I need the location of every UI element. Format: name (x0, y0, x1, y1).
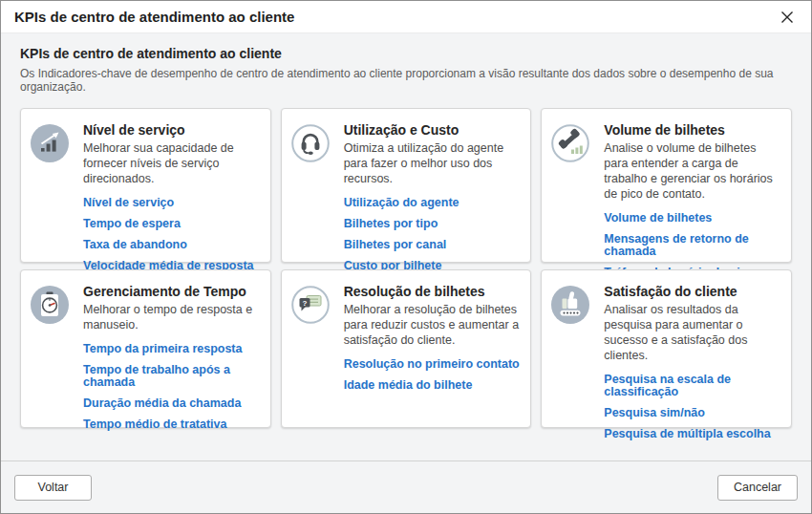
kpi-card-links: Resolução no primeiro contatoIdade média… (344, 358, 522, 400)
stopwatch-icon (31, 286, 69, 324)
kpi-card-links: Tempo da primeira respostaTempo de traba… (83, 343, 261, 439)
kpi-card-title: Resolução de bilhetes (344, 284, 522, 299)
kpi-link[interactable]: Resolução no primeiro contato (344, 358, 520, 371)
kpi-link[interactable]: Mensagens de retorno de chamada (604, 233, 781, 258)
phone-volume-icon (551, 124, 589, 162)
chat-question-icon: ? (291, 286, 330, 324)
headset-icon (291, 124, 330, 162)
kpi-card: Gerenciamento de Tempo Melhorar o tempo … (20, 269, 271, 428)
page-title: KPIs de centro de atendimento ao cliente (20, 46, 792, 61)
kpi-link[interactable]: Volume de bilhetes (604, 212, 712, 225)
kpi-link[interactable]: Duração média da chamada (83, 397, 241, 410)
kpi-link[interactable]: Tempo da primeira resposta (83, 343, 243, 355)
svg-text:?: ? (302, 299, 307, 308)
kpi-card-description: Otimiza a utilização do agente para faze… (344, 140, 522, 186)
kpi-link[interactable]: Pesquisa na escala de classificação (604, 374, 781, 398)
kpi-link[interactable]: Tempo de trabalho após a chamada (83, 364, 261, 389)
thumbs-up-icon (551, 286, 589, 324)
kpi-card: Nível de serviço Melhorar sua capacidade… (20, 108, 271, 263)
kpi-link[interactable]: Bilhetes por canal (344, 239, 447, 251)
kpi-card: Volume de bilhetes Analise o volume de b… (541, 108, 792, 263)
trending-chart-icon (31, 124, 69, 162)
kpi-card-description: Melhorar a resolução de bilhetes para re… (344, 302, 522, 348)
kpi-link[interactable]: Taxa de abandono (83, 239, 187, 251)
kpi-card-title: Satisfação do cliente (604, 284, 781, 299)
back-button[interactable]: Voltar (14, 475, 92, 501)
dialog-titlebar: KPIs de centro de atendimento ao cliente (1, 1, 811, 33)
close-icon[interactable] (775, 5, 800, 30)
kpi-card-description: Analise o volume de bilhetes para entend… (604, 140, 781, 202)
kpi-card-description: Melhorar o tempo de resposta e manuseio. (83, 302, 261, 332)
kpi-card-description: Analisar os resultados da pesquisa para … (604, 302, 781, 363)
kpi-card: Utilização e Custo Otimiza a utilização … (281, 108, 532, 263)
kpi-card-title: Gerenciamento de Tempo (83, 284, 261, 299)
dialog-footer: Voltar Cancelar (1, 460, 811, 513)
kpi-card-title: Volume de bilhetes (604, 122, 781, 138)
kpi-link[interactable]: Idade média do bilhete (344, 379, 473, 392)
kpi-link[interactable]: Utilização do agente (344, 197, 459, 209)
kpi-link[interactable]: Nível de serviço (83, 197, 174, 209)
kpi-link[interactable]: Pesquisa sim/não (604, 407, 705, 419)
kpi-card: ? Resolução de bilhetes Melhorar a resol… (281, 269, 532, 428)
cancel-button[interactable]: Cancelar (717, 475, 798, 501)
kpi-card-links: Pesquisa na escala de classificaçãoPesqu… (604, 374, 781, 449)
kpi-link[interactable]: Pesquisa de múltipla escolha (604, 428, 770, 440)
kpi-card-title: Utilização e Custo (344, 122, 522, 138)
kpi-link[interactable]: Bilhetes por tipo (344, 218, 438, 230)
kpi-card: Satisfação do cliente Analisar os result… (541, 269, 792, 428)
kpi-link[interactable]: Tempo de espera (83, 218, 181, 230)
kpi-card-title: Nível de serviço (83, 122, 261, 138)
kpi-dialog: KPIs de centro de atendimento ao cliente… (0, 0, 812, 514)
page-subtitle: Os Indicadores-chave de desempenho de ce… (20, 67, 792, 94)
kpi-card-links: Nível de serviçoTempo de esperaTaxa de a… (83, 197, 261, 281)
kpi-card-links: Utilização do agenteBilhetes por tipoBil… (344, 197, 522, 281)
kpi-cards-grid: Nível de serviço Melhorar sua capacidade… (20, 108, 792, 428)
kpi-link[interactable]: Tempo médio de tratativa (83, 418, 227, 431)
kpi-card-description: Melhorar sua capacidade de fornecer níve… (83, 140, 261, 186)
dialog-content: KPIs de centro de atendimento ao cliente… (1, 33, 811, 460)
dialog-title: KPIs de centro de atendimento ao cliente (14, 9, 775, 25)
